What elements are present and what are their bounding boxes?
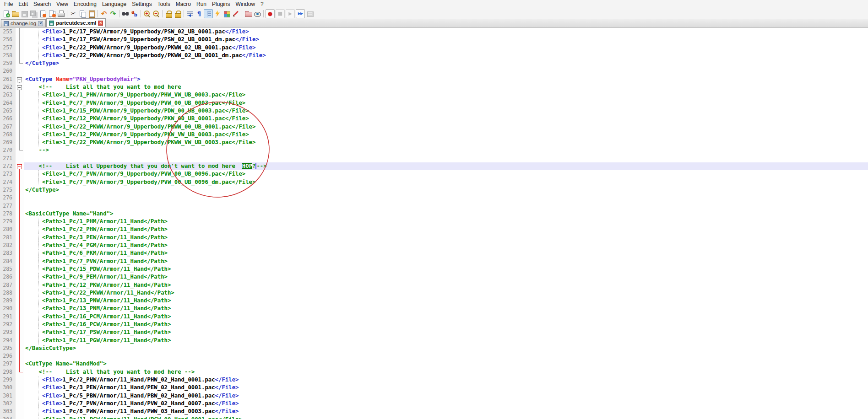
code-text[interactable]: <File>1_Pc/12_PKW/Armor/9_Upperbody/PKW_… (24, 131, 868, 139)
menu-item-window[interactable]: Window (233, 0, 258, 8)
code-text[interactable] (24, 194, 868, 202)
macro-record-button[interactable]: ● (266, 9, 275, 18)
code-text[interactable]: <File>1_Pc/17_PSW/Armor/9_Upperbody/PSW_… (24, 28, 868, 36)
code-text[interactable]: <Path>1_Pc/4_PGM/Armor/11_Hand</Path> (24, 242, 868, 249)
tab-change-log[interactable]: change.log× (1, 19, 46, 27)
code-editor[interactable]: 255 <File>1_Pc/17_PSW/Armor/9_Upperbody/… (0, 28, 868, 419)
indent-guide-button[interactable] (204, 9, 213, 18)
code-text[interactable]: <File>1_Pc/1_PHW/Armor/9_Upperbody/PHW_V… (24, 91, 868, 99)
new-file-button[interactable] (1, 9, 11, 18)
code-text[interactable] (24, 67, 868, 75)
code-text[interactable]: <File>1_Pc/7_PVW/Armor/9_Upperbody/PVW_0… (24, 99, 868, 107)
code-text[interactable]: <Path>1_Pc/22_PKWW/Armor/11_Hand</Path> (24, 289, 868, 297)
code-text[interactable]: <File>1_Pc/11_PGW/Armor/11_Hand/PGW_00_H… (24, 416, 868, 419)
menu-item-edit[interactable]: Edit (16, 0, 31, 8)
function-list-button[interactable] (213, 9, 222, 18)
macro-run-multiple-button[interactable]: ▶▶ (296, 9, 305, 18)
menu-item-file[interactable]: File (1, 0, 16, 8)
code-text[interactable]: <Path>1_Pc/3_PEW/Armor/11_Hand</Path> (24, 234, 868, 242)
find-button[interactable] (121, 9, 130, 18)
code-text[interactable] (24, 155, 868, 162)
close-button[interactable] (38, 9, 47, 18)
menu-item-language[interactable]: Language (99, 0, 129, 8)
code-text[interactable]: <File>1_Pc/7_PVW/Armor/9_Upperbody/PVW_0… (24, 170, 868, 178)
macro-save-button[interactable] (305, 9, 315, 18)
macro-stop-button[interactable]: ■ (276, 9, 285, 18)
macro-play-button[interactable]: ▶ (286, 9, 295, 18)
code-text[interactable]: <File>1_Pc/15_PDW/Armor/9_Upperbody/PDW_… (24, 107, 868, 115)
code-text[interactable]: </CutType> (24, 186, 868, 194)
copy-button[interactable] (78, 9, 87, 18)
menu-item-settings[interactable]: Settings (129, 0, 154, 8)
sync-vertical-scroll-button[interactable] (164, 9, 173, 18)
code-text[interactable]: <File>1_Pc/7_PVW/Armor/11_Hand/PVW_02_Ha… (24, 400, 868, 408)
code-text[interactable]: <Path>1_Pc/16_PCW/Armor/11_Hand</Path> (24, 321, 868, 328)
zoom-out-button[interactable] (152, 9, 161, 18)
code-text[interactable]: <File>1_Pc/7_PVW/Armor/9_Upperbody/PVW_0… (24, 178, 868, 186)
menu-item-tools[interactable]: Tools (155, 0, 173, 8)
fold-collapse-icon[interactable] (16, 162, 24, 170)
code-text[interactable]: <File>1_Pc/12_PKW/Armor/9_Upperbody/PKW_… (24, 115, 868, 123)
code-text[interactable]: <File>1_Pc/22_PKWW/Armor/9_Upperbody/PKW… (24, 52, 868, 59)
code-text[interactable]: <!-- List all Upperbody that you don't w… (24, 162, 868, 170)
code-text[interactable]: <File>1_Pc/8_PWW/Armor/11_Hand/PWW_03_Ha… (24, 408, 868, 415)
close-tab-icon[interactable]: × (98, 21, 103, 26)
print-button[interactable] (56, 9, 65, 18)
menu-item-plugins[interactable]: Plugins (209, 0, 233, 8)
replace-button[interactable] (130, 9, 139, 18)
code-text[interactable]: <!-- List all that you want to mod here (24, 83, 868, 91)
menu-item-macro[interactable]: Macro (173, 0, 194, 8)
close-all-button[interactable] (47, 9, 56, 18)
code-text[interactable] (24, 352, 868, 360)
code-text[interactable]: <Path>1_Pc/12_PKW/Armor/11_Hand</Path> (24, 281, 868, 289)
code-text[interactable]: <Path>1_Pc/16_PCM/Armor/11_Hand</Path> (24, 313, 868, 321)
close-tab-icon[interactable]: × (38, 21, 43, 26)
code-text[interactable]: <File>1_Pc/3_PEW/Armor/11_Hand/PEW_02_Ha… (24, 384, 868, 392)
code-text[interactable]: <Path>1_Pc/1_PHM/Armor/11_Hand</Path> (24, 218, 868, 226)
file-monitoring-button[interactable] (253, 9, 262, 18)
code-text[interactable]: <CutType Name="HandMod"> (24, 360, 868, 368)
sync-horizontal-scroll-button[interactable] (173, 9, 182, 18)
word-wrap-button[interactable] (185, 9, 195, 18)
code-text[interactable]: <Path>1_Pc/6_PKM/Armor/11_Hand</Path> (24, 249, 868, 257)
code-text[interactable] (24, 202, 868, 210)
code-text[interactable]: <Path>1_Pc/13_PNM/Armor/11_Hand</Path> (24, 305, 868, 312)
code-text[interactable]: <Path>1_Pc/15_PDW/Armor/11_Hand</Path> (24, 265, 868, 273)
code-text[interactable]: <!-- List all that you want to mod here … (24, 368, 868, 376)
code-text[interactable]: </CutType> (24, 59, 868, 67)
code-text[interactable]: <Path>1_Pc/9_PEM/Armor/11_Hand</Path> (24, 273, 868, 281)
menu-item-help[interactable]: ? (258, 0, 266, 8)
save-all-button[interactable] (29, 9, 38, 18)
document-map-button[interactable] (222, 9, 231, 18)
code-text[interactable]: <File>1_Pc/5_PBW/Armor/11_Hand/PBW_02_Ha… (24, 392, 868, 400)
fold-collapse-icon[interactable] (16, 75, 24, 83)
undo-button[interactable]: ↶ (99, 9, 108, 18)
redo-button[interactable]: ↷ (108, 9, 118, 18)
code-text[interactable]: <Path>1_Pc/7_PVW/Armor/11_Hand</Path> (24, 258, 868, 265)
code-text[interactable]: <Path>1_Pc/13_PNW/Armor/11_Hand</Path> (24, 297, 868, 305)
tab-partcutdesc-xml[interactable]: partcutdesc.xml× (46, 18, 106, 27)
code-text[interactable]: <File>1_Pc/22_PKWW/Armor/9_Upperbody/PKW… (24, 123, 868, 131)
document-switcher-button[interactable] (231, 9, 240, 18)
save-button[interactable] (20, 9, 29, 18)
cut-button[interactable]: ✂ (69, 9, 78, 18)
code-text[interactable]: --> (24, 146, 868, 154)
menu-item-run[interactable]: Run (194, 0, 209, 8)
zoom-in-button[interactable] (142, 9, 152, 18)
code-text[interactable]: <Path>1_Pc/17_PSW/Armor/11_Hand</Path> (24, 328, 868, 336)
code-text[interactable]: <File>1_Pc/17_PSW/Armor/9_Upperbody/PSW_… (24, 36, 868, 43)
code-text[interactable]: </BasicCutType> (24, 344, 868, 352)
code-text[interactable]: <File>1_Pc/2_PHW/Armor/11_Hand/PHW_02_Ha… (24, 376, 868, 384)
menu-item-search[interactable]: Search (31, 0, 54, 8)
open-file-button[interactable] (11, 9, 20, 18)
code-text[interactable]: <File>1_Pc/22_PKWW/Armor/9_Upperbody/PKW… (24, 44, 868, 52)
code-text[interactable]: <Path>1_Pc/2_PHW/Armor/11_Hand</Path> (24, 226, 868, 233)
code-text[interactable]: <Path>1_Pc/11_PGW/Armor/11_Hand</Path> (24, 337, 868, 344)
show-all-characters-button[interactable]: ¶ (195, 9, 204, 18)
fold-collapse-icon[interactable] (16, 83, 24, 91)
menu-item-encoding[interactable]: Encoding (71, 0, 99, 8)
code-text[interactable]: <File>1_Pc/22_PKWW/Armor/9_Upperbody/PKW… (24, 139, 868, 146)
menu-item-view[interactable]: View (54, 0, 71, 8)
code-text[interactable]: <BasicCutType Name="Hand"> (24, 210, 868, 218)
folder-as-workspace-button[interactable] (244, 9, 253, 18)
